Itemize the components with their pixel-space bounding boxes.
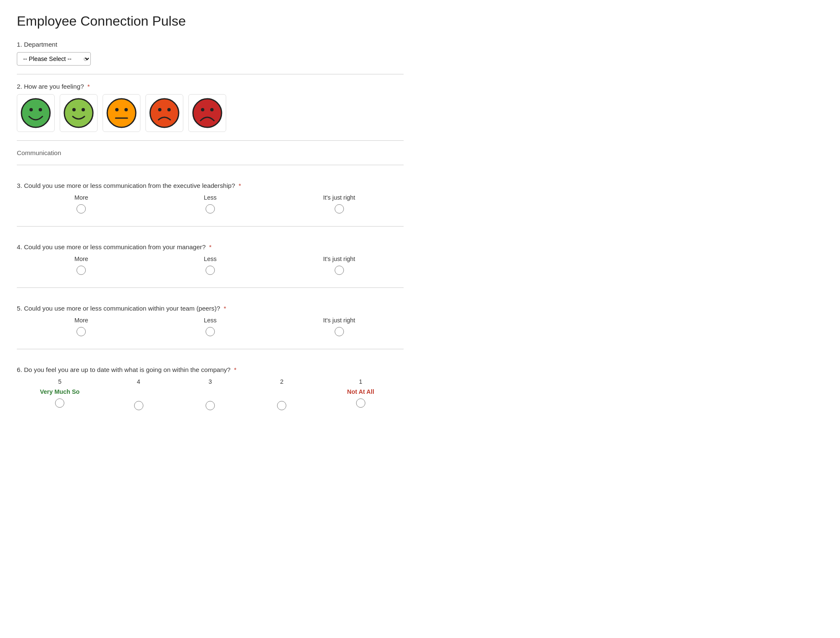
divider-6 [17, 349, 404, 349]
svg-point-10 [150, 99, 179, 127]
emoji-sad-face [149, 98, 180, 128]
q3-radio-less[interactable] [206, 204, 215, 214]
q3-option-just-right: It's just right [275, 194, 404, 214]
svg-point-15 [210, 108, 214, 111]
svg-point-7 [115, 108, 119, 111]
page-title: Employee Connection Pulse [17, 13, 404, 29]
q3-option-less: Less [146, 194, 275, 214]
q3-option-more: More [17, 194, 146, 214]
question-2-block: 2. How are you feeling? * [17, 83, 404, 132]
q4-option-less: Less [146, 256, 275, 275]
q6-scale-4-col: 4 [103, 378, 174, 410]
q6-scale-2-col: 2 [246, 378, 317, 410]
q3-required-marker: * [238, 182, 241, 189]
svg-point-3 [64, 99, 93, 127]
q2-required-marker: * [87, 83, 90, 90]
q6-radio-1[interactable] [356, 398, 365, 408]
question-3-block: 3. Could you use more or less communicat… [17, 174, 404, 218]
q4-radio-just-right[interactable] [335, 266, 344, 275]
q5-radio-less[interactable] [206, 327, 215, 336]
emoji-very-sad[interactable] [188, 94, 226, 132]
question-6-label: 6. Do you feel you are up to date with w… [17, 366, 404, 373]
q5-option-more: More [17, 317, 146, 336]
q6-radio-3[interactable] [206, 401, 215, 410]
q3-radio-more[interactable] [77, 204, 86, 214]
svg-point-0 [21, 99, 50, 127]
q4-radio-options: More Less It's just right [17, 256, 404, 275]
svg-point-13 [193, 99, 222, 127]
emoji-happy-face [63, 98, 94, 128]
divider-1 [17, 74, 404, 74]
divider-4 [17, 226, 404, 227]
q5-option-less: Less [146, 317, 275, 336]
question-6-block: 6. Do you feel you are up to date with w… [17, 358, 404, 414]
emoji-row [17, 94, 404, 132]
svg-point-5 [82, 108, 85, 111]
q5-required-marker: * [224, 305, 226, 312]
q6-scale-5-col: 5 Very Much So [17, 378, 103, 410]
svg-point-6 [107, 99, 136, 127]
q3-radio-options: More Less It's just right [17, 194, 404, 214]
emoji-neutral[interactable] [103, 94, 140, 132]
divider-3 [17, 165, 404, 165]
q3-radio-just-right[interactable] [335, 204, 344, 214]
emoji-very-sad-face [192, 98, 222, 128]
question-4-label: 4. Could you use more or less communicat… [17, 243, 404, 250]
q4-radio-less[interactable] [206, 266, 215, 275]
q6-radio-5[interactable] [55, 398, 64, 408]
q5-radio-more[interactable] [77, 327, 86, 336]
q6-scale-1-col: 1 Not At All [318, 378, 404, 410]
svg-point-12 [167, 108, 171, 111]
section-communication: Communication [17, 149, 404, 156]
svg-point-14 [201, 108, 204, 111]
q6-radio-2[interactable] [277, 401, 286, 410]
svg-point-2 [39, 108, 42, 111]
q6-radio-4[interactable] [134, 401, 143, 410]
q4-option-just-right: It's just right [275, 256, 404, 275]
q5-radio-just-right[interactable] [335, 327, 344, 336]
q5-radio-options: More Less It's just right [17, 317, 404, 336]
q5-option-just-right: It's just right [275, 317, 404, 336]
svg-point-1 [29, 108, 33, 111]
q4-radio-more[interactable] [77, 266, 86, 275]
divider-2 [17, 140, 404, 141]
department-select[interactable]: -- Please Select -- Engineering Marketin… [17, 52, 91, 66]
department-select-wrapper: -- Please Select -- Engineering Marketin… [17, 52, 91, 66]
emoji-very-happy[interactable] [17, 94, 55, 132]
question-5-block: 5. Could you use more or less communicat… [17, 296, 404, 340]
question-1-block: 1. Department -- Please Select -- Engine… [17, 41, 404, 66]
emoji-sad[interactable] [145, 94, 183, 132]
q4-option-more: More [17, 256, 146, 275]
svg-point-8 [124, 108, 128, 111]
emoji-very-happy-face [21, 98, 51, 128]
q4-required-marker: * [209, 243, 211, 250]
q6-required-marker: * [234, 366, 237, 373]
divider-5 [17, 287, 404, 288]
question-1-label: 1. Department [17, 41, 404, 48]
question-3-label: 3. Could you use more or less communicat… [17, 182, 404, 189]
question-2-label: 2. How are you feeling? * [17, 83, 404, 90]
question-5-label: 5. Could you use more or less communicat… [17, 305, 404, 312]
question-4-block: 4. Could you use more or less communicat… [17, 235, 404, 279]
svg-point-11 [158, 108, 161, 111]
emoji-neutral-face [106, 98, 137, 128]
svg-point-4 [72, 108, 76, 111]
q6-scale-3-col: 3 [174, 378, 246, 410]
emoji-happy[interactable] [60, 94, 98, 132]
q6-scale-options: 5 Very Much So 4 3 2 1 Not At All [17, 378, 404, 410]
